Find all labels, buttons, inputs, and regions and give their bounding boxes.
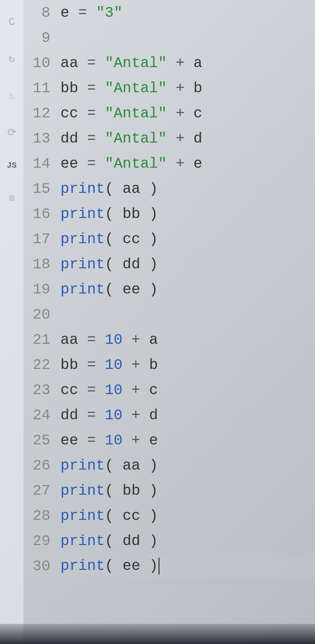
token-operator: = — [87, 407, 105, 424]
token-operator: + — [167, 105, 193, 122]
code-editor[interactable]: 8e = "3"910aa = "Antal" + a11bb = "Antal… — [24, 0, 315, 644]
token-identifier: aa — [123, 457, 140, 474]
code-content[interactable]: bb = "Antal" + b — [60, 80, 315, 97]
token-operator: = — [87, 357, 105, 373]
line-number: 10 — [27, 55, 60, 71]
code-line[interactable]: 19print( ee ) — [27, 277, 315, 302]
database-icon[interactable]: ≡ — [3, 190, 20, 207]
line-number: 26 — [27, 457, 60, 474]
line-number: 17 — [27, 231, 60, 248]
token-identifier: dd — [60, 407, 87, 424]
token-identifier: aa — [60, 331, 87, 348]
code-line[interactable]: 11bb = "Antal" + b — [27, 75, 315, 101]
code-content[interactable]: e = "3" — [60, 4, 315, 21]
java-icon[interactable]: ♨ — [3, 87, 20, 104]
token-function: print — [60, 557, 105, 574]
code-content[interactable]: print( aa ) — [60, 457, 315, 474]
code-line[interactable]: 22bb = 10 + b — [27, 352, 315, 377]
token-identifier: bb — [123, 206, 140, 222]
token-operator: + — [167, 155, 193, 172]
code-line[interactable]: 26print( aa ) — [27, 453, 315, 478]
code-content[interactable]: print( ee ) — [60, 281, 315, 298]
line-number: 25 — [27, 432, 60, 449]
screen-bottom-edge — [0, 624, 315, 644]
code-line[interactable]: 24dd = 10 + d — [27, 402, 315, 428]
code-content[interactable]: bb = 10 + b — [60, 357, 315, 373]
code-content[interactable]: ee = 10 + e — [60, 432, 315, 449]
code-line[interactable]: 8e = "3" — [27, 0, 315, 25]
token-number: 10 — [105, 432, 123, 449]
token-function: print — [60, 482, 105, 499]
code-line[interactable]: 21aa = 10 + a — [27, 327, 315, 352]
code-line[interactable]: 28print( cc ) — [27, 503, 315, 528]
code-content[interactable]: aa = 10 + a — [60, 331, 315, 348]
token-paren: ) — [140, 482, 158, 499]
code-content[interactable]: print( aa ) — [60, 180, 315, 197]
code-line[interactable]: 13dd = "Antal" + d — [27, 126, 315, 151]
token-number: 10 — [105, 357, 123, 373]
token-function: print — [60, 180, 105, 197]
code-line[interactable]: 10aa = "Antal" + a — [27, 50, 315, 75]
line-number: 19 — [27, 281, 60, 298]
code-content[interactable]: print( ee ) — [60, 557, 315, 574]
code-content[interactable]: print( bb ) — [60, 482, 315, 499]
line-number: 28 — [27, 507, 60, 524]
code-line[interactable]: 27print( bb ) — [27, 478, 315, 503]
code-line[interactable]: 29print( dd ) — [27, 528, 315, 553]
line-number: 27 — [27, 482, 60, 499]
token-paren: ( — [105, 256, 123, 273]
token-paren: ( — [105, 482, 123, 499]
code-content[interactable]: print( bb ) — [60, 206, 315, 222]
token-paren: ) — [140, 507, 158, 524]
token-paren: ) — [140, 533, 158, 549]
line-number: 24 — [27, 407, 60, 424]
line-number: 16 — [27, 206, 60, 222]
token-string: "3" — [96, 4, 123, 21]
refresh-icon[interactable]: ↻ — [3, 50, 20, 67]
token-operator: = — [87, 130, 105, 147]
c-lang-icon[interactable]: C — [3, 13, 20, 30]
line-number: 8 — [27, 4, 60, 21]
token-function: print — [60, 231, 105, 248]
token-string: "Antal" — [105, 130, 167, 147]
line-number: 20 — [27, 306, 60, 323]
code-line[interactable]: 15print( aa ) — [27, 176, 315, 201]
token-paren: ( — [105, 533, 123, 549]
line-number: 21 — [27, 331, 60, 348]
line-number: 11 — [27, 80, 60, 97]
code-content[interactable]: print( cc ) — [60, 507, 315, 524]
code-line[interactable]: 14ee = "Antal" + e — [27, 151, 315, 176]
token-identifier: ee — [123, 557, 140, 574]
line-number: 14 — [27, 155, 60, 172]
code-line[interactable]: 9 — [27, 25, 315, 50]
code-content[interactable]: print( dd ) — [60, 533, 315, 549]
code-line[interactable]: 30print( ee ) — [27, 553, 315, 579]
token-paren: ( — [105, 457, 123, 474]
token-paren: ) — [140, 206, 158, 222]
code-line[interactable]: 23cc = 10 + c — [27, 377, 315, 402]
code-content[interactable]: dd = "Antal" + d — [60, 130, 315, 147]
code-content[interactable]: dd = 10 + d — [60, 407, 315, 424]
token-paren: ) — [140, 457, 158, 474]
code-line[interactable]: 16print( bb ) — [27, 201, 315, 226]
code-content[interactable]: cc = "Antal" + c — [60, 105, 315, 122]
cpp-icon[interactable]: ⟳ — [3, 124, 20, 141]
code-content[interactable]: print( cc ) — [60, 231, 315, 248]
code-line[interactable]: 18print( dd ) — [27, 252, 315, 277]
line-number: 30 — [27, 558, 60, 575]
token-operator: + — [167, 80, 193, 97]
js-label[interactable]: JS — [7, 161, 17, 170]
code-line[interactable]: 12cc = "Antal" + c — [27, 101, 315, 126]
code-content[interactable]: cc = 10 + c — [60, 382, 315, 398]
line-number: 13 — [27, 130, 60, 147]
token-string: "Antal" — [105, 55, 167, 71]
token-identifier: dd — [123, 256, 140, 273]
code-content[interactable]: print( dd ) — [60, 256, 315, 273]
token-paren: ) — [140, 256, 158, 273]
code-line[interactable]: 17print( cc ) — [27, 226, 315, 252]
code-line[interactable]: 25ee = 10 + e — [27, 428, 315, 453]
code-content[interactable]: ee = "Antal" + e — [60, 155, 315, 172]
token-string: "Antal" — [105, 105, 167, 122]
code-line[interactable]: 20 — [27, 302, 315, 327]
code-content[interactable]: aa = "Antal" + a — [60, 55, 315, 71]
